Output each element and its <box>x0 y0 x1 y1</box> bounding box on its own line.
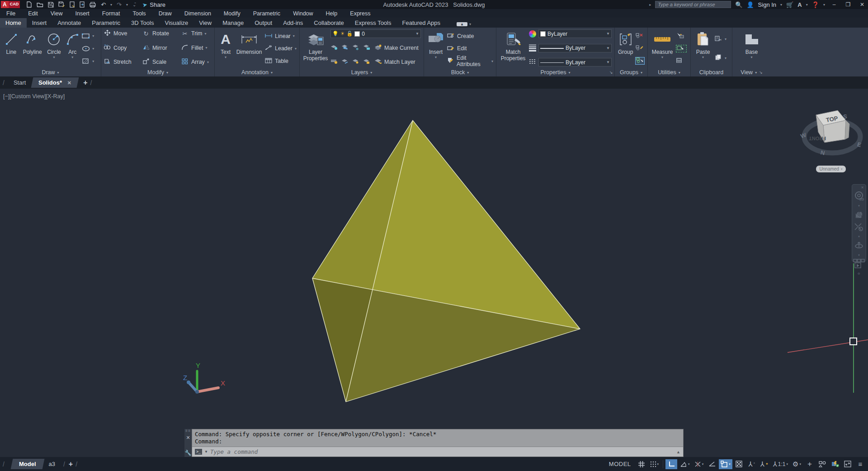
object-snap-toggle[interactable]: ▾ <box>719 459 732 469</box>
viewcube-north[interactable]: N <box>820 149 826 157</box>
help-search-input[interactable] <box>655 1 731 8</box>
layer-sun-button[interactable] <box>352 58 359 66</box>
layer-select-combo[interactable]: 💡 ☀ 🔓 0 ▼ <box>330 29 421 38</box>
workspace-switching-button[interactable]: ⚙▾ <box>791 459 803 469</box>
model-space-toggle[interactable]: MODEL <box>605 461 635 467</box>
undo-icon[interactable]: ↶ <box>101 1 106 8</box>
ribbon-tab-collaborate[interactable]: Collaborate <box>308 18 349 28</box>
sign-in-button[interactable]: Sign In <box>758 1 776 8</box>
polyline-button[interactable]: Polyline <box>21 29 44 68</box>
command-recent-caret-icon[interactable]: ▼ <box>204 450 208 454</box>
match-layer-button[interactable]: Match Layer <box>374 57 415 67</box>
mirror-button[interactable]: Mirror <box>142 43 175 52</box>
annotation-visibility-toggle[interactable]: ⅄° <box>746 459 758 469</box>
menu-window[interactable]: Window <box>287 10 319 17</box>
command-line-palette[interactable]: ⠿⠿ ✕ 🔧 Command: Specify opposite corner … <box>184 429 684 457</box>
lineweight-combo[interactable]: ByLayer ▼ <box>538 44 612 52</box>
dimension-button[interactable]: Dimension <box>235 29 264 68</box>
stretch-button[interactable]: Stretch <box>103 57 136 67</box>
menu-parametric[interactable]: Parametric <box>247 10 287 17</box>
ribbon-tab-manage[interactable]: Manage <box>217 18 249 28</box>
ribbon-tab-parametric[interactable]: Parametric <box>86 18 126 28</box>
view-dialog-launcher-icon[interactable]: ↘ <box>759 70 763 75</box>
circle-button[interactable]: Circle ▾ <box>44 29 64 68</box>
close-button[interactable]: ✕ <box>857 1 867 8</box>
ortho-toggle[interactable] <box>665 459 677 469</box>
ribbon-tab-featured-apps[interactable]: Featured Apps <box>396 18 446 28</box>
file-tab-close-icon[interactable]: ✕ <box>67 80 71 86</box>
file-tab-solidos[interactable]: Solidos* ✕ <box>31 77 79 88</box>
command-history[interactable]: Command: Specify opposite corner or [Fen… <box>192 429 683 447</box>
save-icon[interactable] <box>48 2 54 8</box>
color-wheel-icon[interactable] <box>529 30 536 38</box>
command-close-icon[interactable]: ✕ <box>186 435 190 441</box>
fillet-button[interactable]: Fillet▾ <box>181 43 207 52</box>
command-grip[interactable]: ⠿⠿ ✕ 🔧 <box>184 429 192 457</box>
transparency-toggle[interactable] <box>733 459 745 469</box>
move-button[interactable]: Move <box>103 29 136 38</box>
line-button[interactable]: Line <box>2 29 21 68</box>
insert-block-button[interactable]: Insert ▾ <box>426 29 446 68</box>
quick-select-button[interactable]: ✦ <box>676 33 687 40</box>
menu-dimension[interactable]: Dimension <box>178 10 217 17</box>
pan-hand-icon[interactable] <box>854 209 864 220</box>
steering-wheel-icon[interactable]: 2D <box>854 191 864 202</box>
transfer-icon[interactable] <box>80 1 85 8</box>
command-wrench-icon[interactable]: 🔧 <box>185 450 192 456</box>
new-drawing-tab-button[interactable]: + <box>83 79 87 87</box>
plot-from-device-icon[interactable] <box>70 1 75 8</box>
base-button[interactable]: Base ▾ <box>740 29 764 68</box>
group-selection-toggle[interactable] <box>635 57 645 65</box>
navigation-bar[interactable]: ✕ 2D ▾ ▾ ▾ ⊖ <box>852 184 866 262</box>
ribbon-tab-output[interactable]: Output <box>249 18 278 28</box>
quick-calculator-button[interactable] <box>676 57 687 65</box>
snap-mode-toggle[interactable]: ▾ <box>648 459 661 469</box>
grid-toggle[interactable] <box>636 459 647 469</box>
graphics-performance-button[interactable] <box>829 459 841 469</box>
panel-label-draw[interactable]: Draw▾ <box>0 68 101 76</box>
ungroup-button[interactable] <box>635 33 645 39</box>
zoom-caret-icon[interactable]: ▾ <box>858 235 860 238</box>
command-input-row[interactable]: >_ ▼ Type a command ▲ <box>192 447 683 457</box>
isolate-objects-button[interactable] <box>816 459 828 469</box>
leader-button[interactable]: Leader▾ <box>264 44 297 53</box>
menu-modify[interactable]: Modify <box>217 10 247 17</box>
panel-label-annotation[interactable]: Annotation▾ <box>215 68 299 76</box>
menu-edit[interactable]: Edit <box>22 10 44 17</box>
open-folder-icon[interactable] <box>37 2 43 8</box>
scale-button[interactable]: Scale <box>142 57 175 67</box>
layer-properties-button[interactable]: Layer Properties <box>302 29 330 68</box>
measure-button[interactable]: Measure ▾ <box>650 29 675 68</box>
rotate-button[interactable]: ↻Rotate <box>142 29 175 38</box>
make-current-button[interactable]: Make Current <box>374 43 419 52</box>
model-canvas[interactable]: Y X Z <box>0 89 868 457</box>
rectangle-button[interactable]: ▾ <box>82 32 98 41</box>
ribbon-tab-express-tools[interactable]: Express Tools <box>349 18 397 28</box>
help-icon[interactable]: ❓ <box>812 1 819 8</box>
menu-tools[interactable]: Tools <box>126 10 152 17</box>
undo-caret-icon[interactable]: ▾ <box>110 3 112 7</box>
panel-label-groups[interactable]: Groups▾ <box>615 68 647 76</box>
menu-insert[interactable]: Insert <box>69 10 96 17</box>
new-layout-button[interactable]: + <box>69 460 73 468</box>
arc-button[interactable]: Arc ▾ <box>64 29 81 68</box>
redo-caret-icon[interactable]: ▾ <box>126 3 128 7</box>
print-icon[interactable] <box>90 2 96 8</box>
array-button[interactable]: Array▾ <box>181 57 209 67</box>
panel-label-layers[interactable]: Layers▾ <box>300 68 424 76</box>
minimize-button[interactable]: – <box>829 1 839 8</box>
showmotion-icon[interactable] <box>853 259 865 270</box>
group-button[interactable]: ✦ Group <box>617 29 634 68</box>
named-view-selector[interactable]: Unnamed▾ <box>816 166 846 172</box>
autodesk-a-icon[interactable]: A <box>797 1 802 8</box>
annotation-autoscale-toggle[interactable]: ⅄✦ <box>759 459 770 469</box>
edit-attributes-button[interactable]: Edit Attributes▾ <box>447 57 493 66</box>
search-expand-icon[interactable]: ▸ <box>649 3 651 7</box>
navbar-customize-icon[interactable]: ⊖ <box>858 272 860 276</box>
layer-unlock-all-button[interactable] <box>363 58 370 66</box>
zoom-extents-icon[interactable] <box>854 223 864 233</box>
polar-tracking-toggle[interactable]: ▾ <box>678 459 692 469</box>
layer-freeze-button[interactable]: ❄ <box>352 44 359 52</box>
object-color-combo[interactable]: ByLayer ▼ <box>538 29 612 38</box>
linetype-icon[interactable] <box>529 59 536 66</box>
